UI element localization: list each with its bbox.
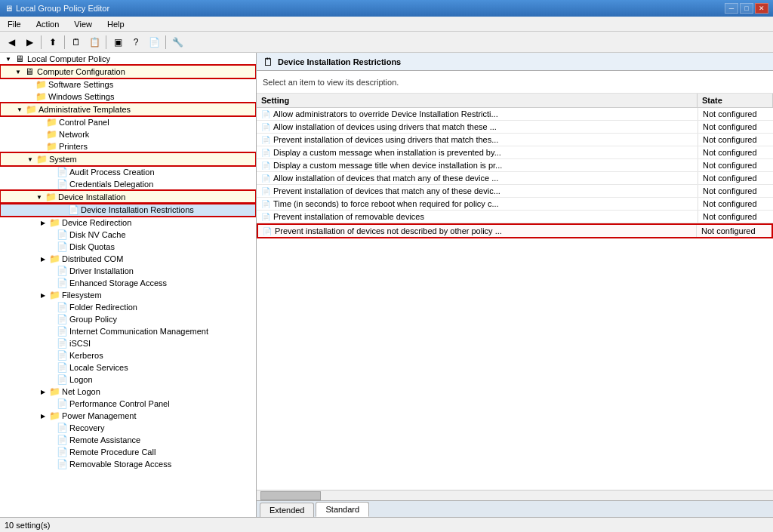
lg-icon: 📄 xyxy=(56,375,68,384)
row-icon-3: 📄 xyxy=(261,136,270,144)
audit-label: Audit Process Creation xyxy=(69,168,155,177)
rec-label: Recovery xyxy=(69,423,104,432)
tree-node-software[interactable]: 📁 Software Settings xyxy=(0,78,256,91)
row-icon-7: 📄 xyxy=(261,187,270,195)
menu-action[interactable]: Action xyxy=(32,18,64,30)
tree-node-printers[interactable]: 📁 Printers xyxy=(0,140,256,152)
ra-expand xyxy=(45,435,56,445)
pm-expand[interactable]: ▶ xyxy=(38,411,48,421)
fs-expand[interactable]: ▶ xyxy=(38,290,48,300)
tree-node-recovery[interactable]: 📄 Recovery xyxy=(0,422,256,434)
export-button[interactable]: 📄 xyxy=(146,34,162,51)
rpc-label: Remote Procedure Call xyxy=(69,447,156,457)
tree-node-power[interactable]: ▶ 📁 Power Management xyxy=(0,410,256,422)
tree-node-internet[interactable]: 📄 Internet Communication Management xyxy=(0,325,256,337)
di-expand[interactable]: ▼ xyxy=(34,192,45,202)
computer-config-expand[interactable]: ▼ xyxy=(13,66,23,77)
up-button[interactable]: ⬆ xyxy=(45,34,61,51)
tree-node-credentials[interactable]: 📄 Credentials Delegation xyxy=(0,178,256,190)
scroll-track[interactable] xyxy=(257,490,773,501)
maximize-button[interactable]: □ xyxy=(740,3,753,14)
cred-expand xyxy=(45,179,56,189)
tree-node-filesystem[interactable]: ▶ 📁 Filesystem xyxy=(0,289,256,301)
dr-expand[interactable]: ▶ xyxy=(38,217,48,228)
tree-node-kerberos[interactable]: 📄 Kerberos xyxy=(0,349,256,361)
table-row[interactable]: 📄 Display a custom message title when de… xyxy=(257,159,773,172)
table-row[interactable]: 📄 Allow administrators to override Devic… xyxy=(257,108,773,121)
menu-help[interactable]: Help xyxy=(103,18,129,30)
admin-expand[interactable]: ▼ xyxy=(14,104,25,115)
tree-node-dir[interactable]: 📄 Device Installation Restrictions xyxy=(1,204,255,216)
tree-node-disk-nv[interactable]: 📄 Disk NV Cache xyxy=(0,229,256,241)
show-hide-button[interactable]: 🗒 xyxy=(68,34,85,51)
table-row[interactable]: 📄 Allow installation of devices using dr… xyxy=(257,121,773,134)
tree-node-iscsi[interactable]: 📄 iSCSI xyxy=(0,337,256,349)
tree-node-disk-quotas[interactable]: 📄 Disk Quotas xyxy=(0,241,256,253)
tree-node-device-install[interactable]: ▼ 📁 Device Installation xyxy=(1,191,255,203)
back-button[interactable]: ◀ xyxy=(3,34,20,51)
tree-node-admin-templates[interactable]: ▼ 📁 Administrative Templates xyxy=(1,103,255,115)
col-state[interactable]: State xyxy=(698,94,773,107)
tab-extended[interactable]: Extended xyxy=(260,503,314,517)
gp-icon: 📄 xyxy=(56,315,68,324)
tree-node-device-redirect[interactable]: ▶ 📁 Device Redirection xyxy=(0,217,256,229)
pm-icon: 📁 xyxy=(48,411,60,420)
cred-label: Credentials Delegation xyxy=(69,180,153,189)
forward-button[interactable]: ▶ xyxy=(21,34,38,51)
tab-standard[interactable]: Standard xyxy=(316,502,369,517)
minimize-button[interactable]: ─ xyxy=(725,3,738,14)
table-row[interactable]: 📄 Prevent installation of removable devi… xyxy=(257,211,773,223)
tree-node-audit[interactable]: 📄 Audit Process Creation xyxy=(0,166,256,178)
setting-cell-1: 📄 Allow administrators to override Devic… xyxy=(257,108,698,120)
help-button[interactable]: ? xyxy=(128,34,144,51)
tree-node-locale[interactable]: 📄 Locale Services xyxy=(0,361,256,374)
tree-node-enhanced[interactable]: 📄 Enhanced Storage Access xyxy=(0,277,256,289)
tree-root[interactable]: ▼ 🖥 Local Computer Policy xyxy=(0,53,256,65)
tree-node-remote-assist[interactable]: 📄 Remote Assistance xyxy=(0,434,256,446)
tree-node-folder-redirect[interactable]: 📄 Folder Redirection xyxy=(0,301,256,313)
tree-node-perf[interactable]: 📄 Performance Control Panel xyxy=(0,398,256,410)
tree-node-dist-com[interactable]: ▶ 📁 Distributed COM xyxy=(0,253,256,265)
close-button[interactable]: ✕ xyxy=(755,3,768,14)
filter-button[interactable]: 🔧 xyxy=(169,34,186,51)
tree-node-remote-proc[interactable]: 📄 Remote Procedure Call xyxy=(0,446,256,458)
tree-node-logon[interactable]: 📄 Logon xyxy=(0,374,256,386)
menu-view[interactable]: View xyxy=(69,18,97,30)
tree-node-computer-config[interactable]: ▼ 🖥 Computer Configuration xyxy=(1,66,255,78)
tree-node-control-panel[interactable]: 📁 Control Panel xyxy=(0,116,256,128)
title-bar: 🖥 Local Group Policy Editor ─ □ ✕ xyxy=(0,0,773,17)
properties-button[interactable]: ▣ xyxy=(109,34,126,51)
dc-expand[interactable]: ▶ xyxy=(38,254,48,264)
sys-expand[interactable]: ▼ xyxy=(25,154,35,165)
table-row[interactable]: 📄 Display a custom message when installa… xyxy=(257,146,773,159)
ra-label: Remote Assistance xyxy=(69,435,140,444)
tree-node-driver[interactable]: 📄 Driver Installation xyxy=(0,265,256,277)
copy-button[interactable]: 📋 xyxy=(86,34,103,51)
scroll-thumb[interactable] xyxy=(260,491,321,500)
toolbar-separator-4 xyxy=(165,35,166,49)
state-cell-1: Not configured xyxy=(698,108,773,120)
tree-node-system[interactable]: ▼ 📁 System xyxy=(1,153,255,165)
ic-icon: 📄 xyxy=(56,327,68,336)
menu-file[interactable]: File xyxy=(3,18,26,30)
tree-node-removable[interactable]: 📄 Removable Storage Access xyxy=(0,458,256,470)
fr-icon: 📄 xyxy=(56,303,68,312)
es-label: Enhanced Storage Access xyxy=(69,278,167,288)
horizontal-scrollbar[interactable] xyxy=(257,490,773,500)
table-row[interactable]: 📄 Prevent installation of devices using … xyxy=(257,134,773,146)
nl-expand[interactable]: ▶ xyxy=(38,386,48,397)
table-row-highlighted[interactable]: 📄 Prevent installation of devices not de… xyxy=(257,223,773,238)
table-row[interactable]: 📄 Time (in seconds) to force reboot when… xyxy=(257,198,773,211)
windows-icon: 📁 xyxy=(35,92,47,101)
kb-expand xyxy=(45,350,56,361)
tree-node-net-logon[interactable]: ▶ 📁 Net Logon xyxy=(0,386,256,398)
iscsi-label: iSCSI xyxy=(69,339,91,348)
table-row[interactable]: 📄 Prevent installation of devices that m… xyxy=(257,185,773,198)
table-row[interactable]: 📄 Allow installation of devices that mat… xyxy=(257,172,773,185)
tree-node-group-policy[interactable]: 📄 Group Policy xyxy=(0,313,256,325)
toolbar-separator-2 xyxy=(64,35,65,49)
root-expand-icon[interactable]: ▼ xyxy=(3,54,14,64)
tree-node-network[interactable]: 📁 Network xyxy=(0,128,256,140)
col-setting[interactable]: Setting xyxy=(257,94,698,107)
tree-node-windows[interactable]: 📁 Windows Settings xyxy=(0,91,256,103)
